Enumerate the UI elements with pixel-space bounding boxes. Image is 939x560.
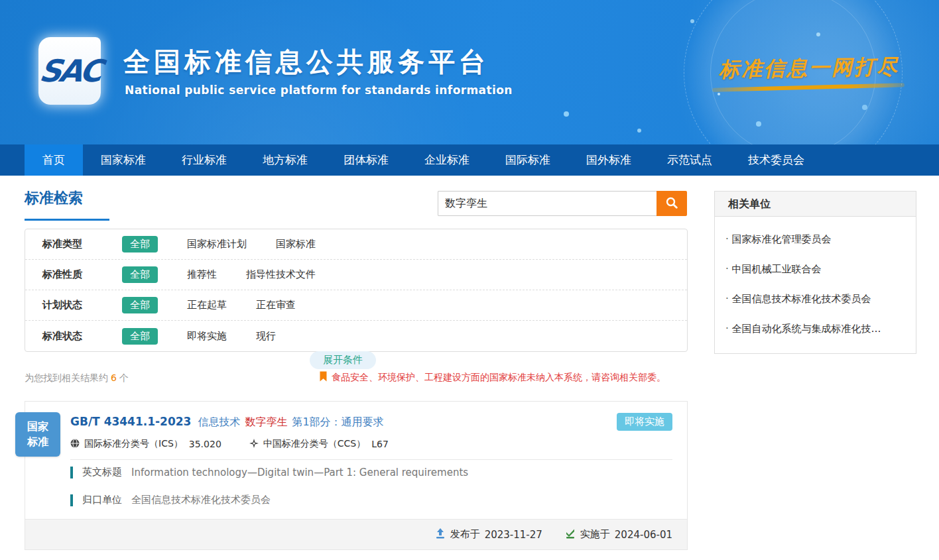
- implemented-item: 实施于 2024-06-01: [565, 528, 672, 541]
- status-badge: 即将实施: [617, 413, 672, 431]
- attr-accent-bar: [70, 467, 73, 478]
- attr-label: 英文标题: [82, 466, 122, 478]
- filter-panel: 标准类型 全部 国家标准计划 国家标准 标准性质 全部 推荐性 指导性技术文件 …: [25, 229, 688, 352]
- compass-icon: [249, 439, 259, 450]
- filter-row-plan-status: 计划状态 全部 正在起草 正在审查: [25, 290, 687, 321]
- nav-tab-technical-committee[interactable]: 技术委员会: [730, 144, 822, 176]
- bookmark-icon: [320, 371, 327, 384]
- filter-option[interactable]: 正在起草: [187, 299, 227, 311]
- classification-meta: 国际标准分类号（ICS） 35.020 中国标准分类号（CCS） L67: [70, 438, 389, 450]
- attr-label: 归口单位: [82, 494, 122, 506]
- upload-icon: [435, 528, 446, 541]
- badge-line2: 标准: [15, 434, 60, 449]
- globe-icon: [70, 439, 80, 450]
- nav-tab-pilot[interactable]: 示范试点: [649, 144, 730, 176]
- section-title-underline: [25, 219, 109, 221]
- filter-label: 标准性质: [42, 268, 103, 281]
- search-input[interactable]: [438, 191, 657, 216]
- site-subtitle: National public service platform for sta…: [125, 84, 513, 97]
- nav-tab-home[interactable]: 首页: [25, 144, 83, 176]
- standard-result-card: 国家 标准 GB/T 43441.1-2023信息技术数字孪生第1部分：通用要求…: [25, 401, 688, 550]
- related-units-list: 国家标准化管理委员会 中国机械工业联合会 全国信息技术标准化技术委员会 全国自动…: [715, 217, 916, 353]
- check-icon: [565, 528, 576, 541]
- nav-tab-foreign-standards[interactable]: 国外标准: [568, 144, 649, 176]
- related-units-title: 相关单位: [715, 192, 916, 217]
- summary-count: 6: [111, 372, 117, 383]
- standard-type-badge[interactable]: 国家 标准: [15, 412, 60, 457]
- attr-row-english-title: 英文标题 Information technology—Digital twin…: [70, 466, 468, 478]
- ics-value: 35.020: [189, 439, 221, 449]
- summary-suffix: 个: [119, 372, 129, 383]
- attr-accent-bar: [70, 494, 73, 506]
- filter-option[interactable]: 推荐性: [187, 268, 217, 281]
- nav-tab-national-standards[interactable]: 国家标准: [83, 144, 164, 176]
- attr-value: 全国信息技术标准化技术委员会: [131, 494, 271, 506]
- section-title: 标准检索: [25, 188, 83, 208]
- filter-row-standard-type: 标准类型 全部 国家标准计划 国家标准: [25, 229, 687, 260]
- main-nav: 首页 国家标准 行业标准 地方标准 团体标准 企业标准 国际标准 国外标准 示范…: [0, 144, 939, 176]
- filter-label: 标准状态: [42, 330, 103, 343]
- published-date: 2023-11-27: [485, 529, 542, 541]
- badge-line1: 国家: [15, 419, 60, 434]
- standard-title-highlight: 数字孪生: [245, 416, 287, 428]
- standard-title-part1: 信息技术: [198, 416, 240, 428]
- standard-title-link[interactable]: GB/T 43441.1-2023信息技术数字孪生第1部分：通用要求: [70, 415, 384, 429]
- nav-tab-international-standards[interactable]: 国际标准: [487, 144, 568, 176]
- standard-title-part2: 第1部分：通用要求: [292, 416, 383, 428]
- filter-option[interactable]: 国家标准计划: [187, 238, 247, 251]
- filter-row-standard-nature: 标准性质 全部 推荐性 指导性技术文件: [25, 260, 687, 290]
- attr-value: Information technology—Digital twin—Part…: [131, 467, 468, 478]
- sac-logo-text: SAC: [37, 53, 102, 89]
- nav-tab-group-standards[interactable]: 团体标准: [326, 144, 407, 176]
- search-button[interactable]: [657, 191, 687, 216]
- site-title: 全国标准信息公共服务平台: [123, 44, 489, 80]
- page: SAC 全国标准信息公共服务平台 National public service…: [0, 0, 939, 560]
- site-slogan: 标准信息一网打尽: [719, 53, 900, 84]
- related-units-panel: 相关单位 国家标准化管理委员会 中国机械工业联合会 全国信息技术标准化技术委员会…: [714, 191, 916, 354]
- filter-option[interactable]: 正在审查: [256, 299, 296, 311]
- filter-all-badge[interactable]: 全部: [122, 266, 158, 283]
- ccs-value: L67: [371, 439, 389, 449]
- ics-label: 国际标准分类号（ICS）: [84, 438, 183, 450]
- nav-tab-local-standards[interactable]: 地方标准: [245, 144, 326, 176]
- filter-option[interactable]: 现行: [256, 330, 276, 343]
- card-separator: [70, 459, 672, 460]
- filter-all-badge[interactable]: 全部: [122, 297, 158, 313]
- filter-row-standard-status: 标准状态 全部 即将实施 现行: [25, 321, 687, 351]
- implemented-date: 2024-06-01: [615, 529, 672, 541]
- filter-label: 计划状态: [42, 299, 103, 311]
- standard-code: GB/T 43441.1-2023: [70, 415, 191, 428]
- related-unit-link[interactable]: 全国自动化系统与集成标准化技…: [725, 314, 905, 344]
- search-box: [438, 191, 687, 216]
- summary-prefix: 为您找到相关结果约: [25, 372, 108, 383]
- notice-text: 食品安全、环境保护、工程建设方面的国家标准未纳入本系统，请咨询相关部委。: [332, 372, 666, 384]
- result-summary: 为您找到相关结果约6个: [25, 372, 129, 384]
- system-notice: 食品安全、环境保护、工程建设方面的国家标准未纳入本系统，请咨询相关部委。: [320, 371, 666, 384]
- filter-all-badge[interactable]: 全部: [122, 236, 158, 252]
- nav-tab-enterprise-standards[interactable]: 企业标准: [407, 144, 487, 176]
- ics-group: 国际标准分类号（ICS） 35.020: [70, 438, 221, 450]
- card-footer: 发布于 2023-11-27 实施于 2024-06-01: [25, 519, 687, 549]
- related-unit-link[interactable]: 中国机械工业联合会: [725, 254, 905, 284]
- expand-conditions-button[interactable]: 展开条件: [310, 351, 376, 369]
- published-label: 发布于: [450, 528, 480, 541]
- sparkle-dots: [718, 93, 720, 95]
- filter-all-badge[interactable]: 全部: [122, 328, 158, 345]
- filter-option[interactable]: 国家标准: [276, 238, 316, 251]
- filter-option[interactable]: 指导性技术文件: [246, 268, 316, 281]
- attr-row-committee: 归口单位 全国信息技术标准化技术委员会: [70, 494, 271, 506]
- filter-option[interactable]: 即将实施: [187, 330, 227, 343]
- nav-tab-industry-standards[interactable]: 行业标准: [164, 144, 245, 176]
- search-icon: [665, 196, 678, 211]
- ccs-group: 中国标准分类号（CCS） L67: [249, 438, 389, 450]
- site-header: SAC 全国标准信息公共服务平台 National public service…: [0, 0, 939, 144]
- ccs-label: 中国标准分类号（CCS）: [263, 438, 365, 450]
- filter-label: 标准类型: [42, 238, 103, 251]
- implemented-label: 实施于: [580, 528, 610, 541]
- related-unit-link[interactable]: 国家标准化管理委员会: [725, 225, 905, 254]
- related-unit-link[interactable]: 全国信息技术标准化技术委员会: [725, 284, 905, 314]
- sac-logo: SAC: [38, 37, 101, 105]
- published-item: 发布于 2023-11-27: [435, 528, 542, 541]
